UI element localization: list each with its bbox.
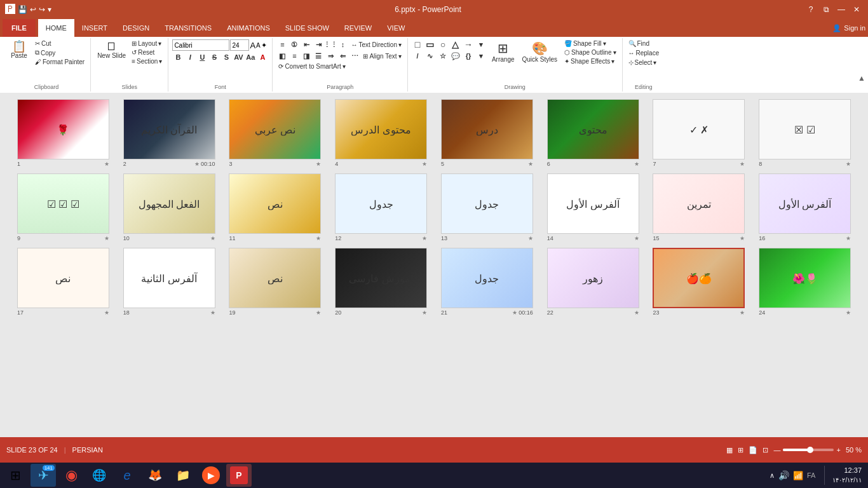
convert-smartart-button[interactable]: ⟳ Convert to SmartArt ▾ — [276, 62, 347, 71]
text-direction-button[interactable]: ↔ Text Direction ▾ — [349, 41, 403, 49]
shape-callout[interactable]: 💬 — [450, 51, 461, 61]
volume-icon[interactable]: 🔊 — [778, 470, 789, 480]
minimize-btn[interactable]: — — [835, 3, 848, 16]
reset-button[interactable]: ↺ Reset — [130, 48, 164, 57]
slide-thumb-8[interactable]: ☑ ☒ — [759, 99, 851, 159]
slide-thumb-15[interactable]: تمرين — [653, 173, 745, 234]
telegram-btn[interactable]: ✈ 141 — [31, 464, 56, 487]
slide-item-10[interactable]: الفعل المجهول10★ — [119, 173, 220, 241]
slide-item-7[interactable]: ✗ ✓7★ — [649, 99, 750, 167]
justify-btn[interactable]: ☰ — [313, 51, 324, 61]
shape-arrow[interactable]: → — [463, 39, 474, 50]
columns-button[interactable]: ⋮⋮ — [325, 39, 336, 50]
ltr-btn[interactable]: ⇐ — [337, 51, 348, 61]
char-spacing-button[interactable]: AV — [233, 52, 244, 62]
slide-thumb-11[interactable]: نص — [229, 173, 321, 234]
view-presenter-btn[interactable]: ⊡ — [763, 446, 768, 454]
ie-btn[interactable]: e — [114, 464, 140, 487]
align-right-btn[interactable]: ◨ — [301, 51, 312, 61]
font-color-button[interactable]: A — [257, 52, 268, 62]
slide-item-17[interactable]: نص17★ — [13, 248, 114, 316]
shape-fill-button[interactable]: 🪣 Shape Fill ▾ — [562, 39, 618, 48]
tab-insert[interactable]: INSERT — [74, 19, 115, 37]
powerpoint-btn[interactable]: P — [226, 464, 252, 487]
copy-button[interactable]: ⧉ Copy — [33, 48, 86, 57]
replace-button[interactable]: ↔ Replace — [627, 49, 661, 57]
slide-thumb-9[interactable]: ☑ ☑ ☑ — [17, 173, 109, 234]
rtl-btn[interactable]: ⇒ — [325, 51, 336, 61]
tab-slideshow[interactable]: SLIDE SHOW — [278, 19, 337, 37]
clock-display[interactable]: 12:37 ۱۴۰۲/۱۲/۱۱ — [829, 466, 865, 484]
slide-item-18[interactable]: آلفرس الثانية18★ — [119, 248, 220, 316]
help-btn[interactable]: ? — [804, 3, 817, 16]
slide-item-3[interactable]: نص عربي3★ — [225, 99, 326, 167]
slide-thumb-3[interactable]: نص عربي — [229, 99, 321, 159]
tray-chevron[interactable]: ∧ — [770, 471, 775, 480]
redo-btn[interactable]: ↪ — [39, 5, 45, 14]
font-name-input[interactable] — [172, 39, 229, 51]
sign-in-label[interactable]: Sign in — [844, 24, 865, 32]
slide-item-21[interactable]: جدول21★00:16 — [437, 248, 538, 316]
change-case-button[interactable]: Aa — [245, 52, 256, 62]
bullets-button[interactable]: ≡ — [276, 39, 288, 50]
tab-transitions[interactable]: TRANSITIONS — [157, 19, 219, 37]
font-size-input[interactable] — [230, 39, 249, 51]
slide-thumb-23[interactable]: 🍊🍎 — [653, 248, 745, 308]
shapes-more2[interactable]: ▾ — [475, 51, 487, 61]
collapse-ribbon-btn[interactable]: ▲ — [858, 74, 865, 83]
increase-font-btn[interactable]: A — [250, 41, 255, 50]
slide-thumb-7[interactable]: ✗ ✓ — [653, 99, 745, 159]
zoom-out-btn[interactable]: — — [773, 446, 780, 454]
underline-button[interactable]: U — [196, 52, 208, 62]
shadow-button[interactable]: S — [220, 52, 232, 62]
slide-thumb-10[interactable]: الفعل المجهول — [123, 173, 215, 234]
close-btn[interactable]: ✕ — [850, 3, 863, 16]
slide-thumb-22[interactable]: زهور — [547, 248, 639, 308]
slide-item-24[interactable]: 🌷🌺24★ — [754, 248, 855, 316]
slide-thumb-13[interactable]: جدول — [441, 173, 533, 234]
slide-item-19[interactable]: نص19★ — [225, 248, 326, 316]
slide-thumb-20[interactable]: آموزش فارسی — [335, 248, 427, 308]
save-btn[interactable]: 💾 — [18, 5, 27, 14]
slide-item-9[interactable]: ☑ ☑ ☑9★ — [13, 173, 114, 241]
slide-thumb-16[interactable]: آلفرس الأول — [759, 173, 851, 234]
slide-thumb-5[interactable]: درس — [441, 99, 533, 159]
shape-curve[interactable]: ∿ — [424, 51, 436, 61]
slide-item-13[interactable]: جدول13★ — [437, 173, 538, 241]
shape-rect[interactable]: □ — [412, 39, 423, 50]
zoom-slider[interactable]: — + — [773, 446, 840, 454]
firefox-btn[interactable]: 🦊 — [142, 464, 168, 487]
shape-extra[interactable]: {} — [463, 51, 474, 61]
slide-thumb-14[interactable]: آلفرس الأول — [547, 173, 639, 234]
align-text-button[interactable]: ⊞ Align Text ▾ — [361, 52, 403, 60]
slide-thumb-24[interactable]: 🌷🌺 — [759, 248, 851, 308]
chrome-btn[interactable]: ◉ — [58, 464, 84, 487]
decrease-indent-button[interactable]: ⇤ — [301, 39, 312, 50]
view-normal-btn[interactable]: ▦ — [726, 446, 733, 454]
slide-panel[interactable]: 🌹1★القرآن الكريم2★00:10نص عربي3★محتوى ال… — [0, 93, 868, 437]
bold-button[interactable]: B — [172, 52, 184, 62]
section-button[interactable]: ≡ Section ▾ — [130, 57, 164, 65]
align-left-btn[interactable]: ◧ — [276, 51, 288, 61]
find-button[interactable]: 🔍 Find — [627, 39, 651, 48]
slide-thumb-4[interactable]: محتوى الدرس — [335, 99, 427, 159]
slide-thumb-18[interactable]: آلفرس الثانية — [123, 248, 215, 308]
tab-home[interactable]: HOME — [38, 19, 74, 37]
shape-star[interactable]: ☆ — [437, 51, 449, 61]
slide-item-15[interactable]: تمرين15★ — [649, 173, 750, 241]
line-spacing-button[interactable]: ↕ — [337, 39, 348, 50]
shape-rounded[interactable]: ▭ — [424, 39, 436, 50]
increase-indent-button[interactable]: ⇥ — [313, 39, 324, 50]
slide-thumb-17[interactable]: نص — [17, 248, 109, 308]
slide-item-14[interactable]: آلفرس الأول14★ — [543, 173, 644, 241]
zoom-percent-label[interactable]: 50 % — [846, 446, 862, 454]
slide-item-1[interactable]: 🌹1★ — [13, 99, 114, 167]
format-painter-button[interactable]: 🖌 Format Painter — [33, 58, 86, 66]
slide-thumb-2[interactable]: القرآن الكريم — [123, 99, 215, 159]
slide-item-16[interactable]: آلفرس الأول16★ — [754, 173, 855, 241]
filemanager-btn[interactable]: 📁 — [170, 464, 196, 487]
tab-animations[interactable]: ANIMATIONS — [219, 19, 278, 37]
slide-item-11[interactable]: نص11★ — [225, 173, 326, 241]
media-btn[interactable]: ▶ — [198, 464, 224, 487]
slide-item-8[interactable]: ☑ ☒8★ — [754, 99, 855, 167]
